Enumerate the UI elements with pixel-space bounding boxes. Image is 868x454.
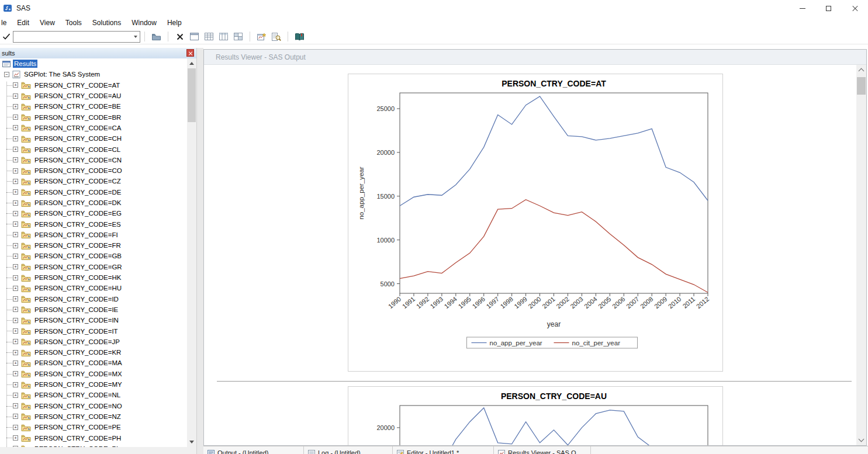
menu-tools[interactable]: Tools: [60, 17, 87, 29]
help-book-icon[interactable]: [292, 30, 307, 43]
delete-icon[interactable]: [172, 30, 187, 43]
window-tab[interactable]: Results Viewer - SAS O...: [494, 446, 591, 454]
tree-scroll-up-button[interactable]: [187, 58, 196, 68]
tree-item[interactable]: + PERSON_CTRY_CODE=CO: [0, 165, 187, 176]
expand-plus-icon[interactable]: +: [13, 243, 18, 248]
preview-icon[interactable]: [269, 30, 283, 43]
minimize-button[interactable]: [789, 0, 815, 16]
expand-plus-icon[interactable]: +: [13, 403, 18, 408]
expand-plus-icon[interactable]: +: [13, 221, 18, 227]
tree-item[interactable]: + PERSON_CTRY_CODE=CL: [0, 144, 187, 154]
tree-group-label[interactable]: SGPlot: The SAS System: [23, 70, 101, 78]
combo-dropdown-button[interactable]: [132, 32, 140, 42]
viewer-vertical-scrollbar[interactable]: [856, 65, 866, 445]
tree-item[interactable]: + PERSON_CTRY_CODE=HU: [0, 283, 187, 293]
table-columns-icon[interactable]: [216, 30, 231, 43]
tree-item[interactable]: + PERSON_CTRY_CODE=IE: [0, 304, 187, 315]
expand-plus-icon[interactable]: +: [13, 189, 18, 195]
expand-plus-icon[interactable]: +: [13, 318, 18, 323]
tree-item[interactable]: + PERSON_CTRY_CODE=BR: [0, 112, 187, 122]
tree-group-sgplot[interactable]: − SGPlot: The SAS System: [0, 69, 187, 79]
check-icon[interactable]: [2, 33, 11, 40]
expand-plus-icon[interactable]: +: [13, 82, 18, 88]
expand-plus-icon[interactable]: +: [13, 168, 18, 174]
expand-plus-icon[interactable]: +: [13, 232, 18, 237]
table-cells-icon[interactable]: [231, 30, 245, 43]
expand-plus-icon[interactable]: +: [13, 328, 18, 334]
window-tab[interactable]: Log - (Untitled): [304, 446, 393, 454]
expand-plus-icon[interactable]: +: [13, 446, 18, 447]
graphics-window-icon[interactable]: [254, 30, 269, 43]
tree-item[interactable]: + PERSON_CTRY_CODE=CN: [0, 155, 187, 165]
tree-item[interactable]: + PERSON_CTRY_CODE=CH: [0, 133, 187, 144]
tree-item[interactable]: + PERSON_CTRY_CODE=MX: [0, 369, 187, 379]
tree-item[interactable]: + PERSON_CTRY_CODE=ID: [0, 294, 187, 304]
tree-item[interactable]: + PERSON_CTRY_CODE=KR: [0, 347, 187, 358]
tree-horizontal-scrollbar[interactable]: [0, 447, 196, 454]
expand-plus-icon[interactable]: +: [13, 425, 18, 430]
expand-plus-icon[interactable]: +: [13, 275, 18, 280]
expand-plus-icon[interactable]: +: [13, 339, 18, 344]
new-window-icon[interactable]: [187, 30, 202, 43]
results-viewer-titlebar[interactable]: Results Viewer - SAS Output: [204, 50, 866, 65]
command-combobox[interactable]: [13, 31, 140, 43]
tree-item[interactable]: + PERSON_CTRY_CODE=CZ: [0, 176, 187, 186]
tree-item[interactable]: + PERSON_CTRY_CODE=MY: [0, 379, 187, 390]
tree-item[interactable]: + PERSON_CTRY_CODE=AT: [0, 80, 187, 91]
expand-plus-icon[interactable]: +: [13, 414, 18, 419]
tree-scroll-down-button[interactable]: [187, 437, 196, 447]
expand-plus-icon[interactable]: +: [13, 286, 18, 291]
expand-plus-icon[interactable]: +: [13, 93, 18, 99]
tree-item[interactable]: + PERSON_CTRY_CODE=IT: [0, 325, 187, 336]
tree-item[interactable]: + PERSON_CTRY_CODE=FI: [0, 230, 187, 240]
expand-plus-icon[interactable]: +: [13, 264, 18, 269]
maximize-button[interactable]: [815, 0, 842, 16]
viewer-scroll-up-button[interactable]: [856, 65, 866, 75]
tree-item[interactable]: + PERSON_CTRY_CODE=NO: [0, 401, 187, 411]
results-panel-header[interactable]: sults: [0, 48, 196, 58]
tree-item[interactable]: + PERSON_CTRY_CODE=BE: [0, 101, 187, 112]
tree-item[interactable]: + PERSON_CTRY_CODE=PH: [0, 432, 187, 443]
tree-item[interactable]: + PERSON_CTRY_CODE=GR: [0, 262, 187, 272]
expand-plus-icon[interactable]: +: [13, 211, 18, 216]
expand-plus-icon[interactable]: +: [13, 307, 18, 312]
tree-item[interactable]: + PERSON_CTRY_CODE=NZ: [0, 411, 187, 422]
command-input[interactable]: [13, 32, 132, 42]
expand-plus-icon[interactable]: +: [13, 147, 18, 152]
menu-edit[interactable]: Edit: [12, 17, 34, 29]
expand-plus-icon[interactable]: +: [13, 200, 18, 206]
window-tab[interactable]: Editor - Untitled1 *: [393, 446, 494, 454]
tree-item[interactable]: + PERSON_CTRY_CODE=AU: [0, 91, 187, 101]
tree-item[interactable]: + PERSON_CTRY_CODE=NL: [0, 390, 187, 400]
menu-window[interactable]: Window: [126, 17, 162, 29]
expand-plus-icon[interactable]: +: [13, 125, 18, 130]
collapse-icon[interactable]: −: [4, 72, 9, 77]
viewer-scroll-down-button[interactable]: [856, 435, 866, 445]
expand-plus-icon[interactable]: +: [13, 254, 18, 259]
menu-view[interactable]: View: [34, 17, 60, 29]
expand-plus-icon[interactable]: +: [13, 157, 18, 162]
menu-help[interactable]: Help: [162, 17, 187, 29]
tree-root-results[interactable]: Results: [0, 58, 187, 69]
expand-plus-icon[interactable]: +: [13, 350, 18, 355]
viewer-scrollbar-thumb[interactable]: [857, 77, 866, 95]
window-tab[interactable]: Output - (Untitled): [203, 446, 304, 454]
tree-scrollbar-thumb[interactable]: [188, 68, 196, 122]
expand-plus-icon[interactable]: +: [13, 136, 18, 141]
expand-plus-icon[interactable]: +: [13, 393, 18, 398]
tree-root-label[interactable]: Results: [13, 60, 37, 68]
expand-plus-icon[interactable]: +: [13, 371, 18, 376]
expand-plus-icon[interactable]: +: [13, 179, 18, 184]
tree-item[interactable]: + PERSON_CTRY_CODE=FR: [0, 240, 187, 251]
tree-item[interactable]: + PERSON_CTRY_CODE=JP: [0, 337, 187, 347]
menu-solutions[interactable]: Solutions: [87, 17, 126, 29]
expand-plus-icon[interactable]: +: [13, 296, 18, 301]
expand-plus-icon[interactable]: +: [13, 382, 18, 387]
expand-plus-icon[interactable]: +: [13, 435, 18, 441]
expand-plus-icon[interactable]: +: [13, 115, 18, 120]
table-icon[interactable]: [202, 30, 216, 43]
tree-item[interactable]: + PERSON_CTRY_CODE=HK: [0, 272, 187, 283]
close-button[interactable]: [842, 0, 868, 16]
tree-item[interactable]: + PERSON_CTRY_CODE=IN: [0, 315, 187, 325]
tree-item[interactable]: + PERSON_CTRY_CODE=GB: [0, 251, 187, 261]
